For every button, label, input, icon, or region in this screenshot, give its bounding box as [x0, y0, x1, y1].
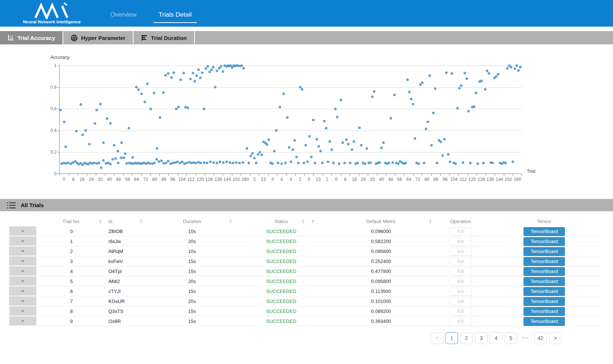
scatter-point[interactable]: [205, 67, 207, 70]
scatter-point[interactable]: [338, 162, 340, 165]
scatter-point[interactable]: [297, 162, 300, 164]
scatter-point[interactable]: [84, 129, 87, 132]
scatter-point[interactable]: [464, 72, 466, 74]
expand-row-button[interactable]: +: [9, 286, 36, 296]
scatter-point[interactable]: [75, 130, 78, 132]
scatter-point[interactable]: [460, 84, 462, 87]
kill-button[interactable]: Kill: [449, 237, 472, 246]
scatter-point[interactable]: [144, 101, 146, 103]
page-button-2[interactable]: 2: [460, 332, 473, 344]
scatter-point[interactable]: [373, 90, 375, 93]
scatter-point[interactable]: [199, 77, 202, 79]
scatter-point[interactable]: [303, 162, 305, 164]
scatter-point[interactable]: [421, 81, 424, 84]
scatter-point[interactable]: [186, 107, 189, 109]
kill-button[interactable]: Kill: [449, 257, 472, 266]
scatter-point[interactable]: [117, 162, 119, 164]
scatter-point[interactable]: [160, 159, 163, 162]
kill-button[interactable]: Kill: [449, 277, 472, 286]
scatter-point[interactable]: [102, 141, 105, 144]
scatter-point[interactable]: [208, 71, 211, 73]
scatter-point[interactable]: [203, 161, 205, 164]
scatter-point[interactable]: [120, 156, 122, 159]
scatter-point[interactable]: [131, 156, 134, 159]
scatter-point[interactable]: [235, 161, 238, 164]
scatter-point[interactable]: [247, 162, 250, 164]
scatter-point[interactable]: [106, 117, 108, 120]
sort-icon[interactable]: [302, 219, 305, 225]
scatter-point[interactable]: [369, 161, 372, 164]
scatter-point[interactable]: [351, 148, 353, 151]
page-button-1[interactable]: 1: [445, 332, 458, 344]
tensorboard-button[interactable]: TensorBoard: [523, 287, 565, 296]
scatter-point[interactable]: [517, 69, 520, 72]
scatter-point[interactable]: [170, 76, 173, 79]
scatter-point[interactable]: [475, 92, 477, 94]
scatter-point[interactable]: [273, 150, 276, 152]
scatter-point[interactable]: [476, 162, 479, 165]
expand-row-button[interactable]: +: [9, 236, 36, 246]
scatter-point[interactable]: [282, 92, 285, 95]
scatter-point[interactable]: [497, 73, 499, 75]
scatter-point[interactable]: [427, 121, 429, 123]
scatter-point[interactable]: [280, 162, 283, 165]
scatter-point[interactable]: [120, 141, 123, 144]
scatter-point[interactable]: [212, 161, 215, 164]
scatter-point[interactable]: [212, 66, 215, 68]
expand-row-button[interactable]: +: [9, 256, 36, 266]
scatter-point[interactable]: [319, 150, 322, 152]
tensorboard-button[interactable]: TensorBoard: [523, 277, 565, 286]
scatter-point[interactable]: [242, 161, 244, 164]
scatter-point[interactable]: [80, 103, 82, 106]
tensorboard-button[interactable]: TensorBoard: [523, 227, 565, 236]
scatter-point[interactable]: [225, 161, 228, 163]
scatter-point[interactable]: [122, 156, 125, 159]
scatter-point[interactable]: [177, 106, 180, 108]
scatter-point[interactable]: [232, 162, 234, 164]
scatter-point[interactable]: [192, 72, 194, 74]
scatter-point[interactable]: [189, 78, 192, 80]
scatter-point[interactable]: [513, 67, 516, 70]
scatter-point[interactable]: [293, 139, 296, 142]
scatter-point[interactable]: [391, 161, 394, 164]
scatter-point[interactable]: [182, 72, 185, 74]
sort-icon[interactable]: [139, 219, 143, 225]
scatter-point[interactable]: [473, 105, 475, 108]
scatter-point[interactable]: [99, 103, 102, 105]
scatter-point[interactable]: [343, 162, 346, 164]
scatter-point[interactable]: [393, 94, 396, 96]
scatter-point[interactable]: [219, 161, 221, 163]
scatter-point[interactable]: [378, 161, 381, 164]
scatter-point[interactable]: [486, 70, 488, 72]
scatter-point[interactable]: [167, 72, 169, 75]
scatter-point[interactable]: [380, 146, 383, 149]
scatter-point[interactable]: [356, 162, 359, 164]
scatter-point[interactable]: [246, 147, 248, 150]
scatter-point[interactable]: [266, 143, 268, 146]
scatter-point[interactable]: [451, 72, 453, 75]
scatter-point[interactable]: [290, 161, 292, 163]
scatter-point[interactable]: [325, 127, 327, 129]
scatter-point[interactable]: [458, 87, 461, 90]
scatter-point[interactable]: [443, 138, 446, 141]
scatter-point[interactable]: [155, 158, 158, 161]
expand-row-button[interactable]: +: [9, 316, 36, 326]
scatter-point[interactable]: [439, 141, 442, 143]
scatter-point[interactable]: [512, 161, 514, 163]
scatter-point[interactable]: [114, 157, 117, 160]
scatter-point[interactable]: [193, 80, 196, 82]
kill-button[interactable]: Kill: [449, 307, 472, 316]
scatter-point[interactable]: [229, 161, 231, 164]
scatter-point[interactable]: [317, 145, 320, 148]
sort-icon[interactable]: [429, 219, 432, 225]
scatter-point[interactable]: [238, 162, 241, 164]
scatter-point[interactable]: [292, 148, 294, 151]
scatter-point[interactable]: [441, 154, 444, 157]
scatter-point[interactable]: [201, 71, 203, 74]
scatter-point[interactable]: [406, 78, 409, 81]
prev-page-button[interactable]: <: [431, 332, 443, 344]
expand-row-button[interactable]: +: [9, 226, 36, 236]
scatter-point[interactable]: [165, 162, 167, 164]
scatter-point[interactable]: [504, 162, 507, 164]
expand-row-button[interactable]: +: [9, 276, 36, 286]
